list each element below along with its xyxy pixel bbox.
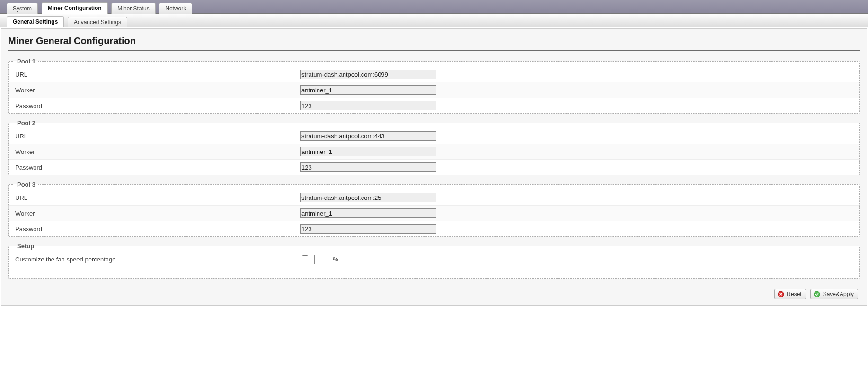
tab-miner-configuration[interactable]: Miner Configuration (42, 2, 108, 14)
row-pool3-worker: Worker (9, 205, 859, 221)
reset-button-label: Reset (787, 291, 801, 297)
check-icon (814, 291, 820, 297)
input-pool1-url[interactable] (300, 70, 436, 79)
input-pool3-url[interactable] (300, 193, 436, 202)
row-pool1-worker: Worker (9, 82, 859, 98)
reset-button[interactable]: Reset (774, 289, 806, 299)
action-bar: Reset Save&Apply (8, 284, 860, 301)
fieldset-pool-2: Pool 2 URL Worker Password (8, 119, 860, 175)
fieldset-pool-3: Pool 3 URL Worker Password (8, 181, 860, 237)
row-pool1-password: Password (9, 98, 859, 113)
fieldset-pool-1: Pool 1 URL Worker Password (8, 58, 860, 114)
input-pool3-worker[interactable] (300, 208, 436, 218)
label-fan-speed: Customize the fan speed percentage (9, 256, 299, 263)
save-apply-button[interactable]: Save&Apply (810, 289, 858, 299)
label-password: Password (9, 164, 299, 171)
label-password: Password (9, 102, 299, 109)
title-separator (8, 50, 860, 51)
input-pool1-worker[interactable] (300, 85, 436, 95)
tab-general-settings[interactable]: General Settings (7, 16, 64, 27)
label-worker: Worker (9, 210, 299, 217)
label-worker: Worker (9, 87, 299, 94)
tab-system[interactable]: System (7, 3, 38, 14)
cancel-icon (778, 291, 784, 297)
label-percent: % (333, 256, 338, 263)
legend-setup: Setup (14, 243, 37, 250)
input-pool3-password[interactable] (300, 224, 436, 234)
tab-miner-status[interactable]: Miner Status (111, 3, 155, 14)
input-pool2-url[interactable] (300, 131, 436, 141)
tab-advanced-settings[interactable]: Advanced Settings (68, 17, 127, 27)
tab-network[interactable]: Network (159, 3, 192, 14)
row-fan-speed: Customize the fan speed percentage % (9, 252, 859, 267)
input-pool2-password[interactable] (300, 162, 436, 172)
input-pool2-worker[interactable] (300, 147, 436, 156)
primary-tabs: System Miner Configuration Miner Status … (0, 0, 868, 14)
input-pool1-password[interactable] (300, 101, 436, 110)
label-url: URL (9, 133, 299, 140)
fieldset-setup: Setup Customize the fan speed percentage… (8, 243, 860, 279)
row-pool1-url: URL (9, 67, 859, 82)
label-url: URL (9, 194, 299, 201)
page-body: Miner General Configuration Pool 1 URL W… (1, 28, 867, 306)
save-apply-button-label: Save&Apply (823, 291, 854, 297)
label-worker: Worker (9, 148, 299, 155)
legend-pool-3: Pool 3 (14, 181, 38, 188)
legend-pool-2: Pool 2 (14, 119, 38, 126)
svg-point-1 (814, 291, 820, 297)
secondary-tabs: General Settings Advanced Settings (0, 14, 868, 27)
row-pool2-password: Password (9, 159, 859, 175)
row-pool3-url: URL (9, 190, 859, 205)
label-url: URL (9, 71, 299, 78)
row-pool2-worker: Worker (9, 144, 859, 159)
row-pool3-password: Password (9, 221, 859, 236)
checkbox-fan-speed[interactable] (302, 255, 308, 261)
input-fan-speed[interactable] (314, 255, 331, 264)
page-title: Miner General Configuration (8, 36, 860, 46)
row-pool2-url: URL (9, 128, 859, 144)
legend-pool-1: Pool 1 (14, 58, 38, 65)
label-password: Password (9, 225, 299, 233)
